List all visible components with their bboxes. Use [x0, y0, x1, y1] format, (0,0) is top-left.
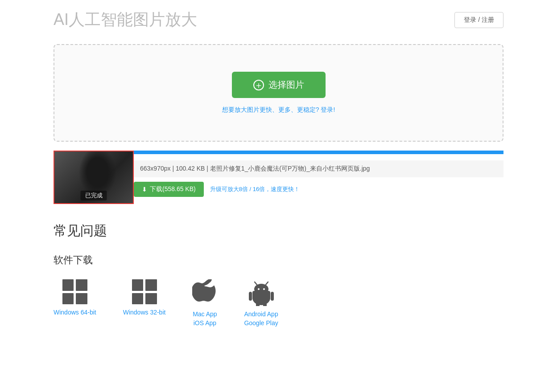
upload-hint-text: 想要放大图片更快、更多、更稳定?: [222, 106, 321, 113]
download-icon: ⬇: [142, 186, 147, 193]
select-image-label: 选择图片: [268, 79, 304, 91]
svg-rect-8: [271, 292, 274, 301]
upload-area: ＋ 选择图片 想要放大图片更快、更多、更稳定? 登录!: [54, 44, 503, 142]
thumbnail-wrapper: 已完成: [54, 151, 134, 204]
svg-line-3: [255, 282, 257, 285]
mac-app-labels: Mac App iOS App: [193, 310, 217, 327]
app-item-android[interactable]: Android App Google Play: [244, 279, 278, 327]
svg-point-2: [254, 284, 268, 294]
select-image-button[interactable]: ＋ 选择图片: [232, 72, 326, 98]
apple-icon: [192, 279, 217, 306]
result-area: 已完成 663x970px | 100.42 KB | 老照片修复1_小鹿会魔法…: [54, 151, 503, 204]
download-label: 下载(558.65 KB): [150, 185, 196, 193]
plus-circle-icon: ＋: [253, 80, 264, 90]
app-item-mac[interactable]: Mac App iOS App: [192, 279, 217, 327]
login-button[interactable]: 登录 / 注册: [454, 12, 503, 28]
upload-hint: 想要放大图片更快、更多、更稳定? 登录!: [63, 106, 494, 114]
windows-icon: [62, 279, 87, 304]
svg-rect-7: [249, 292, 252, 301]
upgrade-hint[interactable]: 升级可放大8倍 / 16倍，速度更快！: [210, 185, 300, 193]
app-label-ios: iOS App: [194, 319, 216, 327]
app-label-windows64: Windows 64-bit: [54, 309, 96, 316]
android-icon: [249, 279, 274, 306]
svg-rect-10: [263, 302, 267, 306]
svg-rect-9: [256, 302, 260, 306]
faq-title: 常见问题: [54, 222, 503, 240]
file-info: 663x970px | 100.42 KB | 老照片修复1_小鹿会魔法(可P万…: [134, 160, 503, 177]
progress-bar: [134, 151, 503, 154]
app-item-windows64[interactable]: Windows 64-bit: [54, 279, 96, 316]
faq-section: 常见问题 软件下载 Windows 64-bit Windows 32-bit: [54, 222, 503, 327]
progress-bar-container: [134, 151, 503, 154]
thumbnail-status: 已完成: [81, 191, 107, 200]
result-actions: ⬇ 下载(558.65 KB) 升级可放大8倍 / 16倍，速度更快！: [134, 182, 503, 197]
result-info: 663x970px | 100.42 KB | 老照片修复1_小鹿会魔法(可P万…: [134, 151, 503, 197]
svg-point-6: [263, 288, 265, 290]
download-button[interactable]: ⬇ 下载(558.65 KB): [134, 182, 204, 197]
windows32-icon: [132, 279, 157, 304]
app-label-windows32: Windows 32-bit: [123, 309, 166, 316]
app-label-android: Android App: [244, 310, 278, 318]
app-label-mac: Mac App: [193, 310, 217, 318]
login-hint-link[interactable]: 登录!: [321, 106, 335, 113]
android-app-labels: Android App Google Play: [244, 310, 278, 327]
software-download-title: 软件下载: [54, 253, 503, 267]
app-grid: Windows 64-bit Windows 32-bit Mac App iO…: [54, 279, 503, 327]
header: AI人工智能图片放大 登录 / 注册: [0, 0, 557, 35]
svg-point-5: [258, 288, 260, 290]
svg-line-4: [266, 282, 268, 285]
app-item-windows32[interactable]: Windows 32-bit: [123, 279, 166, 316]
app-label-googleplay: Google Play: [244, 319, 278, 327]
page-title: AI人工智能图片放大: [54, 9, 197, 31]
